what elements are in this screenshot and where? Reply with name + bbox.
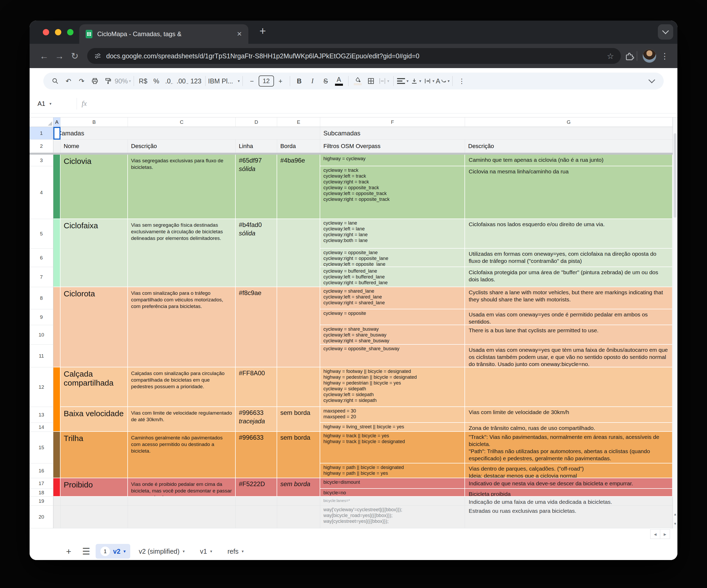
cell-borda-calcada[interactable] (277, 367, 320, 407)
cell-nome-ciclovia[interactable]: Ciclovia (61, 155, 128, 219)
row-header[interactable]: 1 (30, 127, 54, 140)
cell-g17[interactable]: Indicativo de que nesta via deve-se desc… (465, 478, 673, 489)
print-button[interactable] (88, 74, 101, 88)
add-sheet-button[interactable]: + (61, 546, 77, 557)
format-percent-button[interactable]: % (150, 74, 163, 88)
row-header[interactable]: 15 (30, 432, 54, 464)
row-header[interactable]: 14 (30, 423, 54, 432)
row-header[interactable]: 9 (30, 309, 54, 325)
cell-f19[interactable]: bicycle:lanes=* (320, 497, 465, 506)
row-header[interactable]: 18 (30, 489, 54, 497)
cell-desc-trilha[interactable]: Caminhos geralmente não pavimentados com… (128, 432, 236, 478)
scroll-up-icon[interactable]: ▲ (673, 512, 677, 516)
cell-b2-nome[interactable]: Nome (61, 140, 128, 153)
cell-c2-descricao[interactable]: Descrição (128, 140, 236, 153)
swatch-ciclofaixa[interactable] (54, 219, 61, 287)
row-header[interactable]: 16 (30, 464, 54, 478)
close-window-button[interactable] (43, 29, 49, 35)
cell-nome-ciclofaixa[interactable]: Ciclofaixa (61, 219, 128, 287)
cell-g3[interactable]: Caminho que tem apenas a ciclovia (não é… (465, 155, 673, 166)
cell-g9[interactable]: Usada em vias com oneway=yes onde é perm… (465, 309, 673, 325)
col-header-a[interactable]: A (54, 117, 61, 127)
row-header[interactable]: 4 (30, 166, 54, 219)
cell-f6[interactable]: cycleway = opposite_lane cycleway:right … (320, 249, 465, 267)
cell-linha-calcada[interactable]: #FF8A00 (236, 367, 277, 407)
cell-desc-baixa[interactable]: Vias com limite de velocidade regulament… (128, 407, 236, 432)
browser-tab[interactable]: CicloMapa - Camadas, tags & ✕ (79, 24, 248, 44)
cell-desc-ciclovia[interactable]: Vias segregadas exclusivas para fluxo de… (128, 155, 236, 219)
scroll-down-icon[interactable]: ▼ (673, 522, 677, 526)
cell-linha-ciclovia[interactable]: #65df97 sólida (236, 155, 277, 219)
cell-f2-filtros[interactable]: Filtros OSM Overpass (320, 140, 465, 153)
fill-color-button[interactable] (351, 74, 364, 88)
cell-g13[interactable]: Vias com limite de velocidade de 30km/h (465, 407, 673, 423)
font-size-input[interactable]: 12 (259, 74, 274, 88)
row-header[interactable]: 20 (30, 506, 54, 528)
caret-down-icon[interactable]: ▾ (210, 549, 212, 554)
sheet-tab-refs[interactable]: refs ▾ (221, 548, 250, 555)
increase-decimal-button[interactable]: .00→ (176, 74, 190, 88)
new-tab-button[interactable]: + (260, 25, 266, 37)
text-wrap-button[interactable]: ▾ (423, 74, 436, 88)
cell-desc-ciclorota[interactable]: Vias com sinalização para o tráfego comp… (128, 287, 236, 367)
cell-e20[interactable] (277, 506, 320, 528)
cell-f10[interactable]: cycleway = share_busway cycleway:left = … (320, 325, 465, 345)
cell-f8[interactable]: cycleway = shared_lane cycleway:left = s… (320, 287, 465, 309)
cell-linha-baixa[interactable]: #996633 tracejada (236, 407, 277, 432)
horizontal-align-button[interactable]: ▾ (396, 74, 409, 88)
caret-down-icon[interactable]: ▾ (183, 549, 185, 554)
back-button[interactable]: ← (36, 51, 52, 61)
row-header[interactable]: 12 (30, 367, 54, 407)
cell-a2[interactable] (54, 140, 61, 153)
address-bar[interactable]: docs.google.com/spreadsheets/d/1grTpS1Nr… (87, 48, 621, 64)
swatch-ciclorota[interactable] (54, 287, 61, 367)
strikethrough-button[interactable]: S (319, 74, 332, 88)
col-header-f[interactable]: F (320, 117, 465, 127)
cell-f5[interactable]: cycleway = lane cycleway:left = lane cyc… (320, 219, 465, 249)
sheet-tab-v2[interactable]: 1 v2 ▾ (96, 544, 130, 559)
search-menus-button[interactable] (48, 74, 62, 88)
profile-avatar[interactable] (643, 49, 656, 63)
cell-d20[interactable] (236, 506, 277, 528)
vertical-scrollbar[interactable]: ▲ ▼ (673, 117, 677, 528)
cell-desc-ciclofaixa[interactable]: Vias sem segregação física destinadas ex… (128, 219, 236, 287)
col-header-d[interactable]: D (236, 117, 277, 127)
vertical-align-button[interactable]: ▾ (409, 74, 423, 88)
cell-d2-linha[interactable]: Linha (236, 140, 277, 153)
cell-b19[interactable] (61, 497, 128, 506)
cell-c20[interactable] (128, 506, 236, 528)
cell-nome-ciclorota[interactable]: Ciclorota (61, 287, 128, 367)
cell-borda-ciclofaixa[interactable] (277, 219, 320, 287)
cell-f14[interactable]: highway = living_street || bicycle = yes (320, 423, 465, 432)
cell-borda-proibido[interactable]: sem borda (277, 478, 320, 497)
cell-a19[interactable] (54, 497, 61, 506)
cell-g4[interactable]: Ciclovia na mesma linha/caminho da rua (465, 166, 673, 219)
cell-b20[interactable] (61, 506, 128, 528)
undo-button[interactable]: ↶ (62, 74, 75, 88)
cell-g8[interactable]: Cyclists share a lane with motor vehicle… (465, 287, 673, 309)
selected-cell-a1[interactable] (54, 127, 61, 140)
more-formats-button[interactable]: 123 (190, 74, 203, 88)
scroll-right-button[interactable]: ▶ (660, 529, 670, 539)
redo-button[interactable]: ↷ (75, 74, 88, 88)
cell-f1-subcamadas[interactable]: Subcamadas (320, 127, 673, 140)
cell-f17[interactable]: bicycle=dismount (320, 478, 465, 489)
row-header[interactable]: 13 (30, 407, 54, 423)
url-text[interactable]: docs.google.com/spreadsheets/d/1grTpS1Nr… (106, 52, 602, 60)
col-header-g[interactable]: G (465, 117, 673, 127)
row-header[interactable]: 3 (30, 155, 54, 166)
text-color-button[interactable]: A (332, 74, 345, 88)
select-all-corner[interactable] (30, 117, 54, 127)
scroll-left-button[interactable]: ◀ (650, 529, 660, 539)
cell-nome-baixa[interactable]: Baixa velocidade (61, 407, 128, 432)
cell-linha-ciclorota[interactable]: #f8c9ae (236, 287, 277, 367)
row-header[interactable]: 5 (30, 219, 54, 249)
cell-f9[interactable]: cycleway = opposite (320, 309, 465, 325)
bold-button[interactable]: B (293, 74, 306, 88)
cell-linha-ciclofaixa[interactable]: #b4fad0 sólida (236, 219, 277, 287)
cell-nome-proibido[interactable]: Proibido (61, 478, 128, 497)
vertical-scrollbar-thumb[interactable] (674, 133, 676, 218)
all-sheets-button[interactable]: ☰ (78, 546, 94, 557)
caret-down-icon[interactable]: ▾ (124, 549, 126, 554)
swatch-calcada-baixa[interactable] (54, 367, 61, 432)
